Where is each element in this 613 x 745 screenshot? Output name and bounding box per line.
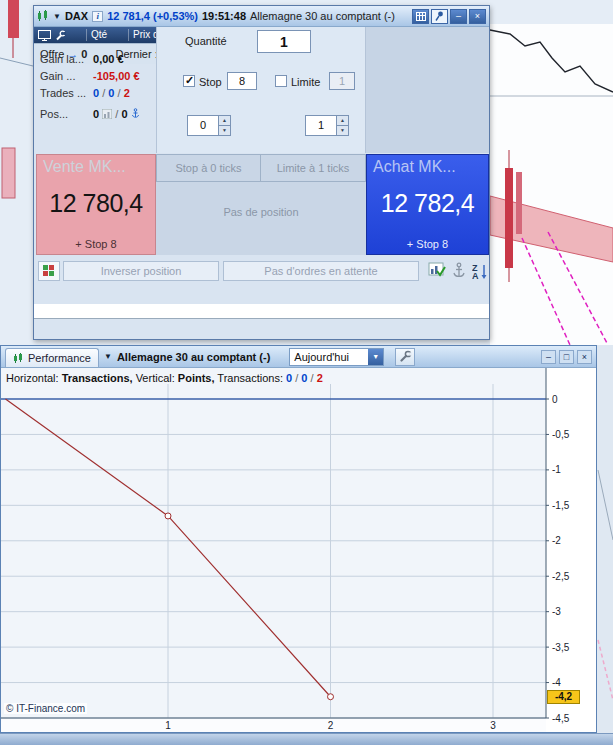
copyright-label: © IT-Finance.com: [4, 703, 87, 714]
limite-ticks-button[interactable]: Limite à 1 ticks: [260, 154, 366, 182]
svg-text:-1: -1: [552, 464, 561, 475]
stop-ticks-button[interactable]: Stop à 0 ticks: [156, 154, 261, 182]
svg-text:-4: -4: [552, 677, 561, 688]
no-pending-orders-button[interactable]: Pas d'ordres en attente: [223, 261, 419, 281]
positions-row: Pos... 0 0: [40, 108, 154, 120]
limite-input[interactable]: [329, 72, 355, 90]
spinner-up-icon[interactable]: ▲: [219, 116, 230, 125]
grid-icon: [416, 12, 426, 21]
svg-text:-4,5: -4,5: [552, 713, 570, 724]
svg-text:-3,5: -3,5: [552, 642, 570, 653]
no-position-label: Pas de position: [156, 206, 366, 218]
gain-latent-row: Gain la... 0,00 €: [40, 53, 154, 65]
gain-value: -105,00 €: [93, 70, 139, 82]
trades-value-3: 2: [114, 87, 129, 99]
sell-market-button[interactable]: Vente MK... 12 780,4 + Stop 8: [36, 154, 156, 255]
chevron-down-icon[interactable]: ▼: [104, 352, 112, 361]
svg-text:2: 2: [328, 720, 334, 731]
stop-label: Stop: [199, 76, 222, 88]
stop-ticks-value: 0: [188, 116, 218, 135]
quantity-label: Quantité: [185, 35, 227, 47]
order-panel-spacer: [366, 27, 489, 153]
buy-price: 12 782,4: [367, 189, 488, 218]
price-change-label: 12 781,4 (+0,53%): [107, 10, 198, 22]
window-bottom-frame: [0, 733, 613, 745]
svg-text:-1,5: -1,5: [552, 500, 570, 511]
sell-button-label: Vente MK...: [43, 158, 126, 176]
chevron-down-icon[interactable]: ▼: [53, 12, 61, 21]
positions-chart-icon[interactable]: [102, 109, 112, 119]
last-time-label: 19:51:48: [202, 10, 246, 22]
performance-titlebar[interactable]: Performance ▼ Allemagne 30 au comptant (…: [1, 346, 596, 368]
limite-label: Limite: [291, 76, 320, 88]
trading-order-window: ▼ DAX i 12 781,4 (+0,53%) 19:51:48 Allem…: [33, 5, 490, 340]
trading-body: Gain la... 0,00 € Gain ... -105,00 € Tra…: [34, 27, 489, 340]
trades-row: Trades ... 002: [40, 87, 154, 99]
spinner-up-icon[interactable]: ▲: [337, 116, 348, 125]
positions-table-empty-row: [34, 304, 489, 319]
pin-icon: [435, 11, 444, 21]
close-button[interactable]: ×: [577, 350, 592, 364]
trades-value-2: 0: [99, 87, 114, 99]
maximize-button[interactable]: □: [559, 350, 574, 364]
svg-text:-2: -2: [552, 535, 561, 546]
gain-row: Gain ... -105,00 €: [40, 70, 154, 82]
close-button[interactable]: ×: [469, 9, 486, 24]
pin-button[interactable]: [431, 9, 448, 24]
svg-text:1: 1: [165, 720, 171, 731]
instrument-candles-icon: [37, 10, 49, 22]
minimize-button[interactable]: –: [541, 350, 556, 364]
positions-value-b: 0: [115, 108, 127, 120]
info-icon[interactable]: i: [92, 11, 103, 22]
gain-latent-label: Gain la...: [40, 53, 90, 65]
chart-icon: [13, 353, 24, 364]
wrench-icon: [399, 350, 412, 363]
sort-descending-icon[interactable]: Z A: [472, 262, 490, 280]
order-form: Quantité Stop Limite 0 ▲▼ 1 ▲▼: [156, 27, 366, 153]
buy-market-button[interactable]: Achat MK... 12 782,4 + Stop 8: [366, 154, 489, 255]
stop-ticks-spinner[interactable]: 0 ▲▼: [187, 115, 231, 136]
svg-text:-3: -3: [552, 606, 561, 617]
period-value: Aujourd'hui: [290, 351, 368, 363]
period-dropdown[interactable]: Aujourd'hui ▼: [289, 348, 384, 366]
stats-panel: Gain la... 0,00 € Gain ... -105,00 € Tra…: [34, 27, 156, 153]
reverse-position-button[interactable]: Inverser position: [63, 261, 219, 281]
svg-text:0: 0: [552, 394, 558, 405]
svg-text:3: 3: [490, 720, 496, 731]
svg-text:A: A: [472, 271, 479, 280]
minimize-button[interactable]: –: [450, 9, 467, 24]
background-right-strip: [597, 345, 613, 745]
tab-performance[interactable]: Performance: [5, 348, 99, 367]
buy-button-label: Achat MK...: [373, 158, 456, 176]
limite-ticks-spinner[interactable]: 1 ▲▼: [305, 115, 349, 136]
anchor-icon[interactable]: [452, 262, 470, 280]
chart-check-icon[interactable]: [428, 262, 446, 280]
stop-checkbox[interactable]: [183, 75, 195, 87]
spinner-down-icon[interactable]: ▼: [337, 125, 348, 135]
trading-titlebar[interactable]: ▼ DAX i 12 781,4 (+0,53%) 19:51:48 Allem…: [34, 6, 489, 27]
order-mid-zone: Stop à 0 ticks Limite à 1 ticks Pas de p…: [156, 154, 366, 255]
positions-grid-icon: [43, 265, 55, 277]
layout-grid-button[interactable]: [412, 9, 429, 24]
limite-checkbox[interactable]: [275, 75, 287, 87]
quantity-input[interactable]: [257, 30, 311, 53]
limite-ticks-value: 1: [306, 116, 336, 135]
settings-wrench-button[interactable]: [395, 348, 415, 366]
positions-grid-button[interactable]: [38, 261, 60, 281]
stop-input[interactable]: [227, 72, 257, 90]
trades-label: Trades ...: [40, 87, 90, 99]
working-orders-anchor-icon[interactable]: [131, 108, 140, 119]
symbol-label: DAX: [65, 10, 88, 22]
spinner-down-icon[interactable]: ▼: [219, 125, 230, 135]
performance-instrument-label: Allemagne 30 au comptant (-): [117, 351, 270, 363]
current-value-badge: -4,2: [547, 690, 580, 704]
dropdown-arrow-icon: ▼: [368, 349, 383, 365]
actions-row: Inverser position Pas d'ordres en attent…: [34, 255, 489, 288]
positions-value-a: 0: [93, 108, 99, 120]
svg-text:-2,5: -2,5: [552, 571, 570, 582]
chart-axis-legend: Horizontal: Transactions, Vertical: Poin…: [6, 372, 323, 384]
sell-stop-note: + Stop 8: [37, 238, 155, 250]
performance-chart-plot: 0-0,5-1-1,5-2-2,5-3-3,5-4-4,5123: [1, 368, 596, 732]
gain-label: Gain ...: [40, 70, 90, 82]
gain-latent-value: 0,00 €: [93, 53, 124, 65]
